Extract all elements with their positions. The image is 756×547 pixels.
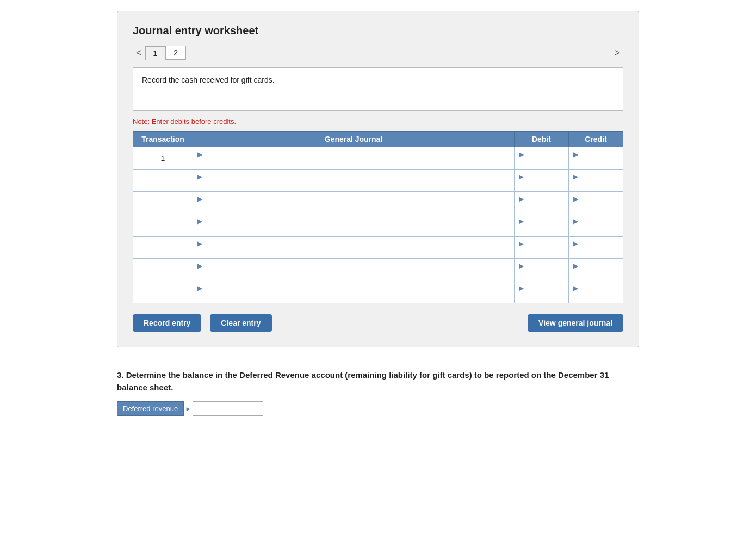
cell-transaction-6: [133, 281, 193, 303]
tab-nav: < 1 2 >: [133, 46, 623, 60]
cell-credit-6[interactable]: ▶: [569, 281, 623, 303]
credit-arrow-icon-0: ▶: [573, 151, 578, 158]
journal-input-0[interactable]: [197, 158, 510, 167]
prev-arrow[interactable]: <: [133, 46, 145, 60]
cell-journal-0[interactable]: ▶: [193, 147, 515, 170]
credit-input-6[interactable]: [573, 292, 618, 301]
table-row: ▶▶▶: [133, 237, 623, 259]
journal-arrow-icon-2: ▶: [197, 195, 202, 203]
journal-arrow-icon-0: ▶: [197, 151, 202, 158]
table-row: ▶▶▶: [133, 170, 623, 192]
section-3: 3. Determine the balance in the Deferred…: [117, 369, 639, 416]
table-row: 1▶▶▶: [133, 147, 623, 170]
deferred-row: Deferred revenue ►: [117, 401, 639, 416]
cell-journal-1[interactable]: ▶: [193, 170, 515, 192]
credit-input-0[interactable]: [573, 158, 618, 167]
cell-credit-3[interactable]: ▶: [569, 214, 623, 237]
journal-input-6[interactable]: [197, 292, 510, 301]
journal-arrow-icon-6: ▶: [197, 284, 202, 292]
journal-input-3[interactable]: [197, 225, 510, 234]
credit-input-5[interactable]: [573, 270, 618, 278]
debit-arrow-icon-0: ▶: [519, 151, 524, 158]
cell-journal-3[interactable]: ▶: [193, 214, 515, 237]
journal-arrow-icon-5: ▶: [197, 262, 202, 270]
header-journal: General Journal: [193, 132, 515, 147]
tab-1[interactable]: 1: [145, 46, 166, 60]
cell-transaction-3: [133, 214, 193, 237]
table-row: ▶▶▶: [133, 281, 623, 303]
cell-debit-0[interactable]: ▶: [515, 147, 569, 170]
cell-debit-3[interactable]: ▶: [515, 214, 569, 237]
table-row: ▶▶▶: [133, 214, 623, 237]
credit-input-4[interactable]: [573, 247, 618, 256]
cell-credit-5[interactable]: ▶: [569, 259, 623, 281]
cell-journal-6[interactable]: ▶: [193, 281, 515, 303]
cell-credit-0[interactable]: ▶: [569, 147, 623, 170]
debit-arrow-icon-6: ▶: [519, 284, 524, 292]
cell-credit-1[interactable]: ▶: [569, 170, 623, 192]
journal-input-1[interactable]: [197, 181, 510, 189]
debit-arrow-icon-1: ▶: [519, 173, 524, 181]
tab-2[interactable]: 2: [165, 46, 186, 60]
debit-input-3[interactable]: [519, 225, 564, 234]
cell-transaction-4: [133, 237, 193, 259]
credit-arrow-icon-4: ▶: [573, 240, 578, 247]
cell-debit-2[interactable]: ▶: [515, 192, 569, 214]
journal-input-4[interactable]: [197, 247, 510, 256]
header-credit: Credit: [569, 132, 623, 147]
next-arrow[interactable]: >: [611, 46, 623, 60]
debit-input-2[interactable]: [519, 203, 564, 212]
journal-input-2[interactable]: [197, 203, 510, 212]
debit-input-6[interactable]: [519, 292, 564, 301]
note-text: Note: Enter debits before credits.: [133, 117, 623, 126]
credit-input-1[interactable]: [573, 181, 618, 189]
instruction-box: Record the cash received for gift cards.: [133, 67, 623, 111]
debit-arrow-icon-2: ▶: [519, 195, 524, 203]
clear-entry-button[interactable]: Clear entry: [210, 314, 271, 332]
cell-journal-5[interactable]: ▶: [193, 259, 515, 281]
cell-debit-1[interactable]: ▶: [515, 170, 569, 192]
debit-input-1[interactable]: [519, 181, 564, 189]
page-wrapper: Journal entry worksheet < 1 2 > Record t…: [117, 11, 639, 416]
debit-input-5[interactable]: [519, 270, 564, 278]
cell-journal-2[interactable]: ▶: [193, 192, 515, 214]
cell-transaction-1: [133, 170, 193, 192]
journal-table: Transaction General Journal Debit Credit…: [133, 131, 623, 303]
section-3-description: . Determine the balance in the Deferred …: [117, 370, 609, 392]
credit-arrow-icon-2: ▶: [573, 195, 578, 203]
cell-credit-2[interactable]: ▶: [569, 192, 623, 214]
deferred-arrow-icon: ►: [185, 405, 191, 413]
button-group: Record entry Clear entry View general jo…: [133, 314, 623, 332]
table-row: ▶▶▶: [133, 192, 623, 214]
view-journal-button[interactable]: View general journal: [528, 314, 623, 332]
record-entry-button[interactable]: Record entry: [133, 314, 201, 332]
cell-transaction-5: [133, 259, 193, 281]
cell-credit-4[interactable]: ▶: [569, 237, 623, 259]
header-transaction: Transaction: [133, 132, 193, 147]
deferred-revenue-input[interactable]: [193, 401, 263, 416]
cell-journal-4[interactable]: ▶: [193, 237, 515, 259]
debit-input-0[interactable]: [519, 158, 564, 167]
instruction-text: Record the cash received for gift cards.: [142, 76, 275, 84]
journal-arrow-icon-1: ▶: [197, 173, 202, 181]
credit-arrow-icon-6: ▶: [573, 284, 578, 292]
cell-debit-4[interactable]: ▶: [515, 237, 569, 259]
journal-input-5[interactable]: [197, 270, 510, 278]
journal-arrow-icon-3: ▶: [197, 217, 202, 225]
section-3-title: 3. Determine the balance in the Deferred…: [117, 369, 639, 394]
deferred-revenue-label: Deferred revenue: [117, 401, 184, 416]
debit-arrow-icon-4: ▶: [519, 240, 524, 247]
journal-arrow-icon-4: ▶: [197, 240, 202, 247]
debit-arrow-icon-5: ▶: [519, 262, 524, 270]
cell-debit-6[interactable]: ▶: [515, 281, 569, 303]
credit-input-3[interactable]: [573, 225, 618, 234]
credit-input-2[interactable]: [573, 203, 618, 212]
debit-arrow-icon-3: ▶: [519, 217, 524, 225]
cell-debit-5[interactable]: ▶: [515, 259, 569, 281]
credit-arrow-icon-5: ▶: [573, 262, 578, 270]
cell-transaction-2: [133, 192, 193, 214]
debit-input-4[interactable]: [519, 247, 564, 256]
credit-arrow-icon-3: ▶: [573, 217, 578, 225]
header-debit: Debit: [515, 132, 569, 147]
credit-arrow-icon-1: ▶: [573, 173, 578, 181]
